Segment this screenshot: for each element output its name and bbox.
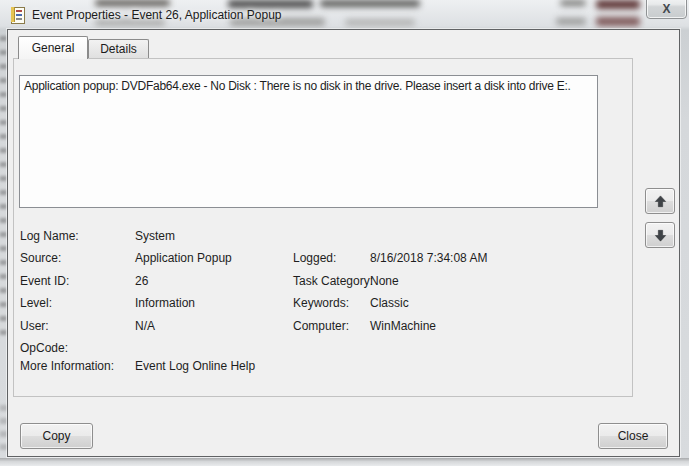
title-bar: Event Properties - Event 26, Application… xyxy=(0,0,689,29)
field-row-source: Source: Application Popup Logged: 8/16/2… xyxy=(0,248,640,268)
field-row-log-name: Log Name: System xyxy=(0,226,640,246)
field-label: Logged: xyxy=(293,248,336,268)
next-event-button[interactable] xyxy=(645,222,675,248)
field-value: None xyxy=(370,271,399,291)
field-label: User: xyxy=(20,316,49,336)
field-value: System xyxy=(135,226,175,246)
event-message-box[interactable]: Application popup: DVDFab64.exe - No Dis… xyxy=(19,75,598,208)
field-label: Source: xyxy=(20,248,61,268)
event-log-online-help-link[interactable]: Event Log Online Help xyxy=(135,356,255,376)
field-value: Information xyxy=(135,293,195,313)
window-title: Event Properties - Event 26, Application… xyxy=(32,8,282,22)
tab-general[interactable]: General xyxy=(18,36,88,59)
tab-details[interactable]: Details xyxy=(88,39,149,58)
field-value: 8/16/2018 7:34:08 AM xyxy=(370,248,487,268)
field-label: Task Category: xyxy=(293,271,373,291)
close-x-icon[interactable]: X xyxy=(646,0,687,19)
event-properties-icon xyxy=(10,7,26,23)
field-value: 26 xyxy=(135,271,148,291)
field-value: N/A xyxy=(135,316,155,336)
field-row-level: Level: Information Keywords: Classic xyxy=(0,293,640,313)
close-button[interactable]: Close xyxy=(598,423,668,449)
previous-event-button[interactable] xyxy=(645,188,675,214)
field-label: OpCode: xyxy=(20,338,68,358)
field-value: WinMachine xyxy=(370,316,436,336)
field-row-more-information: More Information: Event Log Online Help xyxy=(0,356,640,376)
field-row-event-id: Event ID: 26 Task Category: None xyxy=(0,271,640,291)
glass-edge-blur xyxy=(0,36,7,336)
field-value: Application Popup xyxy=(135,248,232,268)
field-label: Level: xyxy=(20,293,52,313)
field-row-user: User: N/A Computer: WinMachine xyxy=(0,316,640,336)
arrow-up-icon xyxy=(653,194,668,209)
field-label: Computer: xyxy=(293,316,349,336)
arrow-down-icon xyxy=(653,228,668,243)
field-row-opcode: OpCode: xyxy=(0,338,640,358)
field-label: More Information: xyxy=(20,356,114,376)
copy-button[interactable]: Copy xyxy=(20,423,93,449)
field-label: Keywords: xyxy=(293,293,349,313)
field-label: Log Name: xyxy=(20,226,79,246)
event-message-text: Application popup: DVDFab64.exe - No Dis… xyxy=(24,79,593,93)
window-bottom-border xyxy=(0,458,689,466)
field-value: Classic xyxy=(370,293,409,313)
field-label: Event ID: xyxy=(20,271,69,291)
